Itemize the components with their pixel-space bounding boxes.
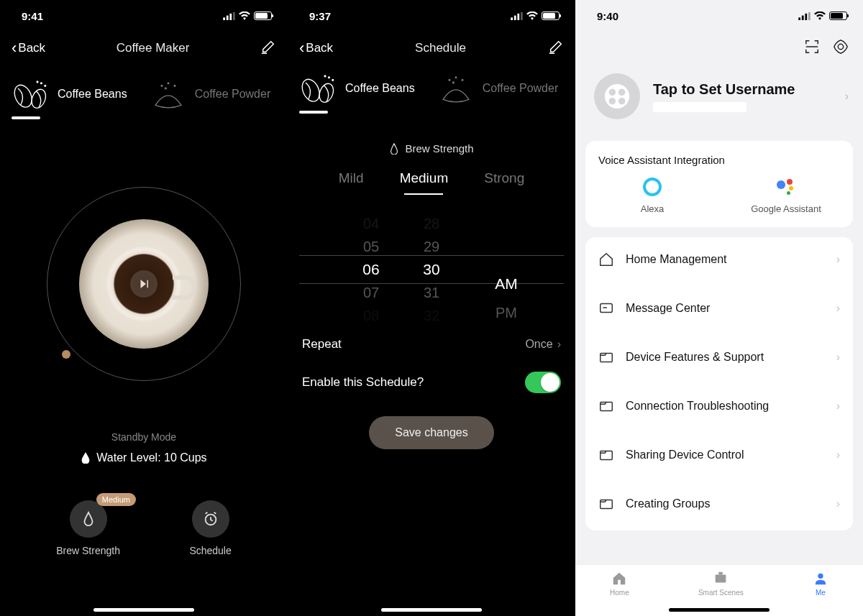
gear-icon — [833, 39, 849, 55]
water-drop-icon — [389, 143, 399, 155]
tab-coffee-beans[interactable]: Coffee Beans — [299, 73, 415, 114]
water-level-text: Water Level: 10 Cups — [96, 451, 206, 464]
chevron-right-icon: › — [836, 449, 840, 461]
list-item-sharing-device-control[interactable]: Sharing Device Control › — [585, 433, 853, 477]
battery-icon — [254, 12, 272, 20]
enable-row: Enable this Schedule? — [288, 362, 575, 403]
wifi-icon — [239, 12, 250, 20]
svg-point-26 — [452, 82, 454, 83]
back-button[interactable]: ‹ Back — [299, 40, 333, 56]
enable-toggle[interactable] — [525, 372, 561, 393]
person-icon — [813, 571, 828, 587]
status-label: Standby Mode — [0, 431, 288, 443]
svg-point-45 — [818, 574, 823, 579]
message-icon — [598, 300, 614, 316]
strength-mild[interactable]: Mild — [339, 170, 364, 195]
svg-point-35 — [618, 89, 626, 96]
svg-rect-3 — [233, 12, 235, 20]
tab-label: Smart Scenes — [698, 589, 744, 597]
list-item-creating-groups[interactable]: Creating Groups › — [585, 482, 853, 526]
svg-point-33 — [605, 84, 629, 109]
profile-row[interactable]: Tap to Set Username › — [575, 58, 863, 141]
home-indicator[interactable] — [669, 608, 770, 612]
svg-point-11 — [174, 85, 175, 86]
water-level: Water Level: 10 Cups — [0, 451, 288, 464]
status-time: 9:41 — [22, 10, 43, 22]
tab-smart-scenes[interactable]: Smart Scenes — [698, 571, 744, 597]
brew-strength-button[interactable]: Medium Brew Strength — [56, 500, 120, 556]
svg-point-10 — [168, 83, 169, 84]
list-item-device-support[interactable]: Device Features & Support › — [585, 335, 853, 380]
edit-button[interactable] — [548, 39, 564, 58]
tab-coffee-powder[interactable]: Coffee Powder — [149, 79, 271, 119]
svg-rect-41 — [601, 451, 613, 460]
tab-coffee-powder[interactable]: Coffee Powder — [437, 73, 559, 114]
back-button[interactable]: ‹ Back — [12, 40, 45, 56]
water-drop-icon — [81, 511, 96, 527]
tab-me[interactable]: Me — [813, 571, 828, 597]
list-item-connection-troubleshooting[interactable]: Connection Troubleshooting › — [585, 384, 853, 428]
nav-bar: ‹ Back Coffee Maker — [0, 32, 288, 65]
svg-point-7 — [45, 85, 46, 86]
svg-rect-39 — [601, 354, 613, 362]
svg-rect-0 — [223, 17, 225, 20]
tab-home[interactable]: Home — [610, 571, 629, 597]
home-indicator[interactable] — [93, 608, 194, 612]
brew-strength-section: Brew Strength — [288, 142, 575, 155]
folder-icon — [598, 349, 614, 365]
tab-coffee-beans[interactable]: Coffee Beans — [12, 79, 127, 119]
svg-point-9 — [161, 85, 163, 86]
coffee-beans-icon — [12, 79, 50, 109]
wifi-icon — [814, 12, 826, 20]
strength-strong[interactable]: Strong — [484, 170, 524, 195]
dial-handle[interactable] — [62, 350, 70, 359]
coffee-powder-icon — [437, 73, 475, 104]
strength-medium[interactable]: Medium — [400, 170, 449, 195]
page-title: Schedule — [415, 41, 466, 55]
svg-point-36 — [609, 98, 616, 105]
profile-name: Tap to Set Username — [653, 81, 795, 98]
battery-icon — [829, 12, 847, 20]
list-item-message-center[interactable]: Message Center › — [585, 286, 853, 331]
picker-minutes[interactable]: 28 29 30 31 32 — [403, 212, 460, 327]
scan-button[interactable] — [804, 39, 820, 58]
picker-hours[interactable]: 04 05 06 07 08 — [342, 212, 400, 327]
brew-dial[interactable] — [47, 187, 241, 381]
chevron-right-icon: › — [557, 338, 561, 351]
svg-point-34 — [609, 89, 616, 96]
chevron-right-icon: › — [836, 351, 840, 364]
profile-subtitle-redacted — [653, 102, 746, 112]
tab-label: Me — [816, 589, 826, 597]
svg-rect-1 — [227, 15, 229, 19]
alarm-clock-icon — [203, 511, 219, 527]
item-label: Sharing Device Control — [626, 449, 744, 461]
picker-ampm[interactable]: AM PM — [478, 212, 535, 327]
list-item-home-management[interactable]: Home Management › — [585, 237, 853, 282]
ga-label: Google Assistant — [751, 203, 821, 214]
tab-label: Home — [610, 589, 629, 597]
back-label: Back — [306, 41, 333, 55]
svg-point-37 — [618, 98, 626, 105]
alexa-label: Alexa — [641, 203, 665, 214]
water-drop-icon — [81, 452, 91, 464]
status-bar: 9:37 — [288, 0, 575, 32]
svg-rect-16 — [517, 13, 519, 19]
repeat-label: Repeat — [302, 337, 342, 351]
svg-point-24 — [455, 77, 457, 78]
item-label: Message Center — [626, 302, 710, 315]
repeat-row[interactable]: Repeat Once › — [288, 327, 575, 362]
edit-button[interactable] — [260, 39, 276, 58]
voice-assistant-card: Voice Assistant Integration Alexa Google… — [585, 141, 853, 227]
google-assistant-button[interactable]: Google Assistant — [719, 178, 853, 214]
time-picker[interactable]: 04 05 06 07 08 28 29 30 31 32 AM PM — [299, 212, 564, 327]
folder-icon — [598, 398, 614, 414]
alexa-button[interactable]: Alexa — [585, 178, 719, 214]
svg-point-32 — [838, 44, 843, 49]
save-button[interactable]: Save changes — [369, 416, 493, 449]
play-button[interactable] — [130, 270, 157, 298]
home-indicator[interactable] — [381, 608, 482, 612]
schedule-button[interactable]: Schedule — [189, 500, 231, 556]
repeat-value: Once — [525, 338, 552, 351]
settings-button[interactable] — [833, 39, 849, 58]
svg-point-21 — [332, 79, 334, 81]
